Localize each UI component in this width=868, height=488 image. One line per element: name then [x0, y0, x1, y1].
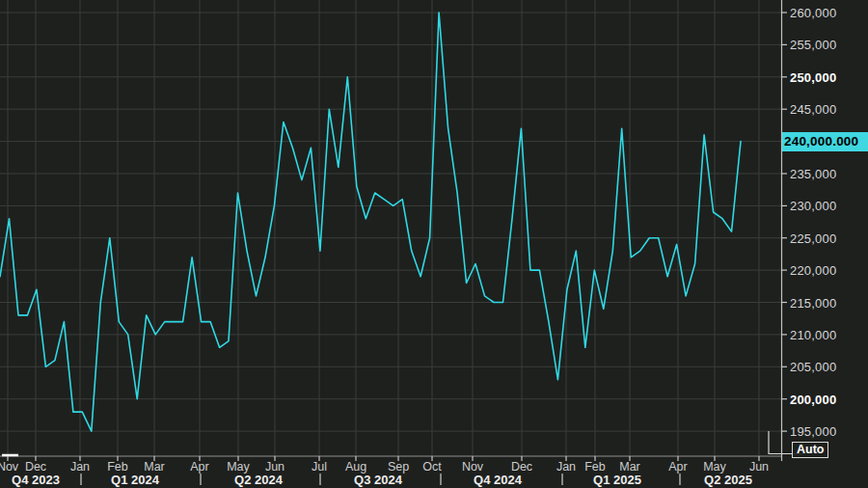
- x-axis-month-label: Feb: [107, 460, 128, 474]
- y-axis-label: 260,000: [790, 6, 836, 20]
- x-axis-month-label: Mar: [619, 460, 640, 474]
- y-axis-label: 220,000: [790, 263, 836, 278]
- y-axis-label: 235,000: [790, 167, 836, 181]
- x-axis-quarter-label: Q4 2023: [12, 473, 60, 487]
- vertical-gridlines: [8, 0, 759, 456]
- x-axis-month-label: Jun: [749, 460, 769, 474]
- x-axis-quarter-label: Q3 2024: [354, 473, 402, 487]
- x-axis-month-label: Dec: [25, 460, 46, 474]
- y-axis-label: 210,000: [790, 327, 836, 341]
- x-axis-month-label: Jan: [556, 460, 576, 474]
- x-axis-quarter-label: Q1 2025: [593, 473, 641, 487]
- x-axis-quarter-label: Q4 2024: [474, 473, 522, 487]
- axis-lines: [0, 0, 803, 461]
- y-axis-label: 255,000: [790, 38, 836, 52]
- x-axis-month-label: Jan: [70, 460, 90, 474]
- x-axis-month-label: Jul: [312, 460, 327, 474]
- x-axis-month-label: Mar: [144, 460, 165, 474]
- x-axis-month-label: Oct: [422, 460, 441, 474]
- last-price-label: 240,000.000: [782, 132, 868, 151]
- x-axis-month-label: Aug: [345, 460, 366, 474]
- x-axis-month-label: May: [227, 460, 250, 474]
- y-axis-label: 225,000: [790, 230, 836, 245]
- x-axis-month-label: Nov: [0, 460, 18, 474]
- y-axis-label: 245,000: [790, 102, 836, 117]
- x-axis-month-label: Feb: [584, 460, 606, 474]
- y-axis-label: 200,000: [790, 392, 836, 406]
- y-axis-label: 195,000: [790, 424, 836, 439]
- x-axis-quarter-label: Q1 2024: [111, 473, 159, 487]
- x-axis-quarter-label: Q2 2024: [234, 473, 283, 487]
- x-axis-month-label: Nov: [462, 460, 483, 474]
- y-axis-label: 250,000: [790, 69, 836, 84]
- x-axis-month-label: Jun: [265, 460, 285, 474]
- chart-window: 260,000255,000250,000245,000235,000230,0…: [0, 0, 868, 488]
- x-axis-quarter-label: Q2 2025: [704, 473, 752, 487]
- y-axis-label: 205,000: [790, 360, 836, 374]
- x-axis-month-label: May: [703, 460, 726, 474]
- x-axis-month-label: Apr: [190, 460, 208, 474]
- y-axis-label: 230,000: [790, 199, 836, 213]
- x-axis-month-label: Apr: [668, 460, 687, 474]
- x-axis-month-label: Sep: [388, 460, 409, 474]
- x-axis-month-label: Dec: [511, 460, 532, 474]
- y-axis-label: 215,000: [790, 295, 836, 310]
- auto-scale-button[interactable]: Auto: [792, 442, 828, 458]
- price-chart-plot-area[interactable]: [0, 0, 868, 488]
- axis-tick-marks: [8, 13, 787, 485]
